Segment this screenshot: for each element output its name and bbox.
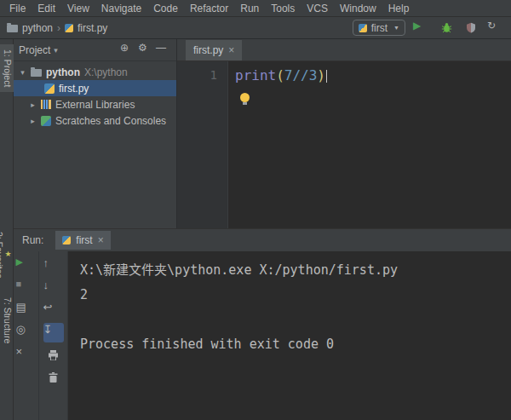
line-number: 1	[177, 66, 227, 84]
text-caret	[326, 70, 327, 83]
printer-icon	[48, 350, 59, 360]
tool-button-favorites-label: 2: Favorites	[0, 232, 4, 279]
run-button[interactable]: ▶	[413, 20, 430, 37]
collapse-caret-icon[interactable]: ▸	[29, 101, 37, 109]
settings-gear-icon[interactable]: ⚙	[138, 42, 153, 59]
chevron-down-icon: ▼	[393, 25, 399, 31]
run-config-select[interactable]: first ▼	[353, 20, 405, 36]
tool-button-favorites[interactable]: ★ 2: Favorites	[0, 227, 14, 284]
console-line: X:\新建文件夹\python.exe X:/python/first.py	[80, 258, 511, 283]
console-line: 2	[80, 283, 511, 308]
run-toolbar-console: ↑ ↓ ↩ ↧	[39, 251, 68, 420]
main-toolbar: python › first.py first ▼ ▶	[0, 17, 511, 39]
coverage-button[interactable]	[462, 20, 479, 37]
run-panel: Run: first × ▶ ■ ▤ ◎ ×	[14, 228, 511, 420]
debug-button[interactable]	[438, 20, 455, 37]
console-line: Process finished with exit code 0	[80, 332, 511, 357]
chevron-right-icon: ›	[57, 22, 60, 34]
project-tree: ▾ python X:\python first.py ▸ Ext	[14, 61, 176, 129]
tree-external-libraries-label: External Libraries	[55, 99, 135, 111]
collapse-caret-icon[interactable]: ▸	[29, 117, 37, 125]
folder-icon	[7, 25, 18, 32]
editor-tab-first-py[interactable]: first.py ×	[186, 40, 242, 60]
menu-file[interactable]: File	[3, 0, 32, 17]
bug-icon	[441, 22, 452, 33]
left-tool-stripe: 1: Project ★ 2: Favorites 7: Structure	[0, 39, 14, 420]
editor-area: first.py × 1 print(7//3)	[177, 39, 511, 228]
menu-refactor[interactable]: Refactor	[184, 0, 234, 17]
run-panel-body: ▶ ■ ▤ ◎ × ↑ ↓ ↩ ↧	[14, 251, 511, 420]
close-tab-icon[interactable]: ×	[98, 234, 104, 246]
breadcrumb: python › first.py	[7, 22, 107, 34]
code-token-print: print	[235, 67, 276, 83]
menu-view[interactable]: View	[61, 0, 95, 17]
project-panel: Project ▾ ⊕ ⚙ — ▾ python X:\	[14, 39, 177, 228]
run-panel-label: Run:	[22, 234, 43, 246]
tree-row-file-selected[interactable]: first.py	[14, 80, 176, 96]
run-tab-first[interactable]: first ×	[55, 231, 110, 250]
python-file-icon	[359, 24, 367, 32]
close-panel-button[interactable]: ×	[16, 345, 37, 365]
project-panel-title[interactable]: Project	[19, 44, 50, 56]
code-line: print(7//3)	[235, 66, 511, 84]
rerun-button[interactable]: ▶	[16, 256, 37, 276]
locate-file-button[interactable]: ⊕	[120, 42, 135, 59]
down-stack-trace-button[interactable]: ↓	[43, 279, 64, 298]
tool-button-project[interactable]: 1: Project	[0, 44, 14, 92]
menu-tools[interactable]: Tools	[265, 0, 301, 17]
tool-button-structure-label: 7: Structure	[3, 297, 13, 343]
chevron-down-icon: ▾	[54, 46, 58, 55]
editor-content: 1 print(7//3)	[177, 61, 511, 228]
breadcrumb-file[interactable]: first.py	[78, 22, 107, 34]
menu-code[interactable]: Code	[147, 0, 184, 17]
code-token-expression: 7//3	[284, 67, 318, 83]
code-token-open-paren: (	[276, 67, 284, 83]
clear-all-button[interactable]	[43, 367, 64, 387]
pin-tab-button[interactable]: ◎	[16, 323, 37, 342]
star-icon: ★	[4, 250, 13, 258]
breadcrumb-project[interactable]: python	[22, 22, 53, 34]
project-panel-header: Project ▾ ⊕ ⚙ —	[14, 39, 176, 61]
run-console[interactable]: X:\新建文件夹\python.exe X:/python/first.py 2…	[68, 251, 511, 420]
tree-scratches-label: Scratches and Consoles	[55, 115, 166, 127]
code-editor[interactable]: print(7//3)	[228, 61, 511, 228]
tree-row-root[interactable]: ▾ python X:\python	[14, 64, 176, 80]
libraries-icon	[41, 100, 51, 109]
run-panel-header: Run: first ×	[14, 229, 511, 251]
hide-panel-button[interactable]: —	[156, 42, 171, 59]
tool-button-structure[interactable]: 7: Structure	[0, 292, 14, 348]
editor-gutter: 1	[177, 61, 228, 228]
scratches-icon	[41, 116, 51, 126]
pycharm-window: File Edit View Navigate Code Refactor Ru…	[0, 0, 511, 420]
tree-row-scratches[interactable]: ▸ Scratches and Consoles	[14, 112, 176, 129]
python-file-icon	[62, 236, 71, 245]
trash-icon	[49, 372, 58, 383]
menu-help[interactable]: Help	[382, 0, 416, 17]
scroll-to-end-button[interactable]: ↧	[43, 323, 64, 342]
code-token-close-paren: )	[317, 67, 325, 83]
close-tab-icon[interactable]: ×	[228, 44, 234, 56]
up-stack-trace-button[interactable]: ↑	[43, 256, 64, 276]
restart-button[interactable]: ↻	[487, 20, 504, 37]
menu-window[interactable]: Window	[334, 0, 382, 17]
expand-caret-icon[interactable]: ▾	[19, 68, 26, 77]
run-toolbar-outer: ▶ ■ ▤ ◎ ×	[14, 251, 39, 420]
stop-button[interactable]: ■	[16, 279, 37, 298]
menu-run[interactable]: Run	[234, 0, 265, 17]
menu-vcs[interactable]: VCS	[301, 0, 334, 17]
python-file-icon	[65, 24, 73, 32]
tree-row-external-libraries[interactable]: ▸ External Libraries	[14, 96, 176, 112]
print-button[interactable]	[43, 345, 64, 365]
editor-tab-bar: first.py ×	[177, 39, 511, 61]
menu-edit[interactable]: Edit	[32, 0, 61, 17]
soft-wrap-button[interactable]: ↩	[43, 301, 64, 320]
tree-file-name: first.py	[59, 83, 89, 95]
intention-bulb-icon[interactable]	[240, 93, 250, 102]
tool-button-project-label: 1: Project	[3, 49, 13, 87]
run-tab-label: first	[76, 234, 92, 246]
restore-layout-button[interactable]: ▤	[16, 301, 37, 320]
menu-navigate[interactable]: Navigate	[95, 0, 147, 17]
tree-root-path: X:\python	[84, 66, 128, 78]
shield-icon	[466, 22, 476, 33]
run-config-name: first	[371, 22, 388, 34]
